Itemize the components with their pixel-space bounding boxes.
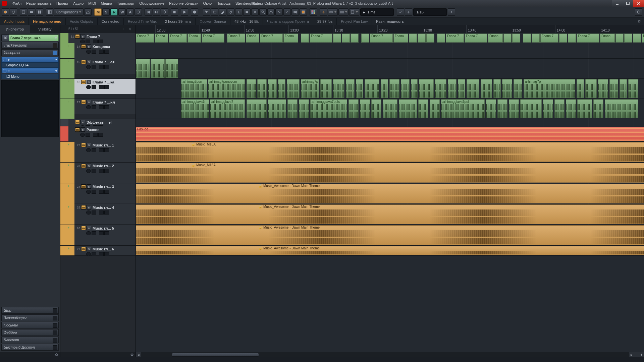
solo-button[interactable]: s: [87, 80, 91, 84]
audio-clip[interactable]: [399, 99, 417, 118]
audio-clip[interactable]: [435, 79, 446, 98]
audio-clip[interactable]: Глава 7: [446, 34, 464, 43]
freeze-button[interactable]: [104, 105, 109, 109]
audio-clip[interactable]: [503, 34, 512, 43]
snap-type-dropdown[interactable]: [328, 8, 338, 16]
track-row[interactable]: 27 m s Music гл... 6: [60, 246, 136, 256]
audio-clip[interactable]: [165, 59, 178, 78]
toolbar-settings-button[interactable]: [635, 8, 642, 16]
edit-channel-button[interactable]: [99, 231, 104, 235]
audio-clip[interactable]: Глава: [488, 34, 503, 43]
inspector-track-header[interactable]: 16 Глава 7 пере...ка з ▾: [1, 35, 59, 41]
edit-channel-button[interactable]: [99, 252, 104, 256]
track-name[interactable]: Разное: [87, 128, 99, 132]
menu-file[interactable]: Файл: [10, 1, 24, 5]
track-name[interactable]: Глава 7: [87, 35, 100, 39]
menu-edit[interactable]: Редактировать: [24, 1, 54, 5]
audio-clip[interactable]: [559, 34, 567, 43]
solo-all-button[interactable]: S: [102, 8, 110, 16]
audio-clip[interactable]: Глава: [246, 34, 259, 43]
audio-inputs-label[interactable]: Audio Inputs: [0, 18, 29, 25]
record-format-label[interactable]: Формат Записи: [196, 18, 230, 25]
mute-button[interactable]: m: [81, 247, 86, 251]
insert-empty-area[interactable]: [1, 80, 59, 137]
inspector-eq-section[interactable]: Эквалайзеры: [1, 314, 59, 321]
frame-rate-label[interactable]: Частота кадров Проекта: [263, 18, 313, 25]
track-row[interactable]: 25 m s Music гл... 4: [60, 204, 136, 225]
solo-button[interactable]: s: [87, 226, 91, 230]
inspector-trackversions-section[interactable]: TrackVersions: [1, 42, 59, 49]
transport-play-button[interactable]: [181, 8, 188, 16]
ruler-tick[interactable]: 14:10: [600, 25, 644, 33]
audio-clip[interactable]: [493, 79, 501, 98]
mute-button[interactable]: m: [75, 127, 80, 132]
visibility-tab[interactable]: Visibility: [30, 25, 60, 33]
automation-panel-button[interactable]: [135, 8, 142, 16]
ruler-tick[interactable]: 12:40: [200, 25, 244, 33]
insert-slot-1-label[interactable]: Graphic EQ 64: [1, 62, 59, 68]
audio-clip[interactable]: Глава: [283, 34, 298, 43]
audio-clip[interactable]: [426, 34, 434, 43]
event-lane[interactable]: [136, 119, 644, 126]
audio-clip[interactable]: [520, 99, 542, 118]
scroll-thumb[interactable]: [172, 353, 259, 357]
expand-icon[interactable]: [66, 204, 70, 225]
audio-clip[interactable]: [514, 79, 522, 98]
time-ruler[interactable]: 12:3012:4012:5013:0013:1013:2013:3013:40…: [136, 25, 644, 33]
audio-clip[interactable]: Глава 7: [169, 34, 187, 43]
freeze-button[interactable]: [104, 190, 109, 194]
freeze-button[interactable]: [104, 50, 109, 54]
track-name[interactable]: Music гл... 2: [93, 164, 114, 168]
inspector-quick-section[interactable]: Быстрый Доступ: [1, 344, 59, 351]
audio-clip[interactable]: Глава 7: [465, 34, 487, 43]
track-row[interactable]: 22 m s Music гл... 1: [60, 142, 136, 163]
tool-zoom[interactable]: [259, 8, 267, 16]
track-row[interactable]: 23 m s Music гл... 2: [60, 163, 136, 183]
monitor-button[interactable]: [92, 50, 96, 54]
track-name[interactable]: Music гл... 1: [93, 143, 114, 147]
audio-clip[interactable]: [481, 79, 492, 98]
audio-clip[interactable]: Глава: [600, 34, 615, 43]
audio-clip[interactable]: [624, 34, 632, 43]
solo-button[interactable]: s: [87, 247, 91, 251]
freeze-button[interactable]: [104, 231, 109, 235]
history-undo-button[interactable]: [10, 8, 17, 16]
audio-clip[interactable]: [299, 99, 309, 118]
audio-outputs-label[interactable]: Audio Outputs: [66, 18, 98, 25]
record-enable-button[interactable]: [86, 65, 91, 69]
track-name[interactable]: Music гл... 4: [93, 205, 114, 209]
ruler-tick[interactable]: 13:50: [511, 25, 555, 33]
solo-button[interactable]: s: [87, 44, 91, 49]
transport-start-button[interactable]: [145, 8, 152, 16]
quantize-settings-button[interactable]: [448, 8, 455, 16]
audio-clip[interactable]: [593, 99, 603, 118]
audio-clip[interactable]: [389, 79, 399, 98]
edit-channel-button[interactable]: [99, 190, 104, 194]
tool-glue[interactable]: [243, 8, 251, 16]
audio-clip[interactable]: Глава 7: [260, 34, 283, 43]
show-home-button[interactable]: [84, 8, 92, 16]
insert-slot-1-power[interactable]: e▾: [1, 57, 59, 62]
audio-clip[interactable]: [418, 99, 428, 118]
event-lane[interactable]: 🔒Music_M16A: [136, 142, 644, 163]
pan-law-label[interactable]: Project Pan Law: [337, 18, 372, 25]
info-strip-gear-icon[interactable]: ✿: [634, 19, 644, 23]
track-row[interactable]: 15 m s Глава 7 ...ая: [60, 59, 136, 79]
scroll-left-button[interactable]: ◂: [136, 352, 141, 357]
insert-slot-2-label[interactable]: L2 Mono: [1, 74, 59, 79]
audio-clip[interactable]: [419, 79, 434, 98]
audio-clip[interactable]: Глава: [393, 34, 408, 43]
track-row[interactable]: m s Эффекты ...el: [60, 119, 136, 126]
event-lane[interactable]: 🔒Music_Awesome - Dawn Main Theme: [136, 225, 644, 246]
audio-clip[interactable]: [523, 34, 531, 43]
edit-channel-button[interactable]: [99, 105, 104, 109]
freeze-button[interactable]: [104, 169, 109, 173]
audio-clip[interactable]: [497, 99, 507, 118]
insert-slot-2-power[interactable]: e▾: [1, 68, 59, 73]
mute-button[interactable]: m: [81, 80, 86, 84]
quantize-field[interactable]: 1/16: [413, 8, 447, 16]
audio-clip[interactable]: [268, 79, 277, 98]
mute-button[interactable]: m: [81, 226, 86, 230]
event-lane[interactable]: Глава 7 Глава Глава 7 Глава Глава 7 Глав…: [136, 33, 644, 43]
track-name[interactable]: Концовка: [93, 45, 110, 49]
